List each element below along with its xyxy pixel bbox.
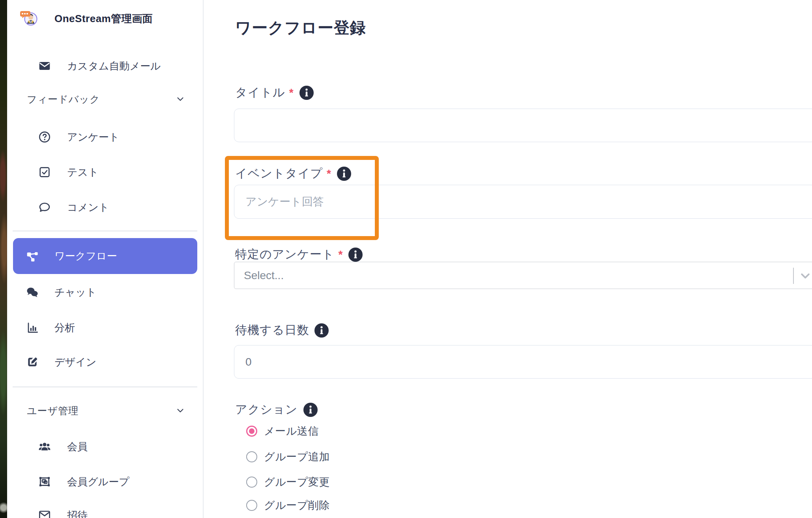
users-icon [38, 440, 51, 453]
label-text: タイトル [235, 84, 285, 101]
sidebar-divider [13, 387, 197, 387]
radio-label: グループ追加 [264, 450, 330, 464]
radio-label: グループ削除 [264, 498, 330, 512]
radio-button[interactable] [246, 477, 257, 488]
chevron-down-icon [175, 405, 185, 416]
sidebar-item-label: コメント [67, 201, 109, 214]
label-text: 待機する日数 [235, 322, 309, 338]
radio-button[interactable] [246, 500, 257, 511]
event-type-field-label: イベントタイプ * [235, 165, 351, 182]
info-icon[interactable] [337, 167, 351, 181]
title-input[interactable] [234, 109, 812, 142]
info-icon[interactable] [314, 323, 329, 338]
sidebar-item-custom-mail[interactable]: カスタム自動メール [38, 58, 161, 74]
required-asterisk: * [339, 248, 343, 261]
chevron-down-icon [175, 94, 185, 104]
label-text: アクション [235, 402, 298, 418]
sidebar-item-survey[interactable]: アンケート [38, 129, 119, 145]
main-content: ワークフロー登録 タイトル * イベントタイプ * 特定のアンケート * Sel… [204, 0, 812, 518]
action-field-label: アクション [235, 402, 318, 418]
survey-select[interactable]: Select... [234, 262, 812, 289]
select-placeholder: Select... [244, 269, 284, 282]
sidebar-item-design[interactable]: デザイン [26, 354, 96, 370]
select-separator [793, 268, 794, 284]
sidebar-item-label: チャット [54, 285, 96, 299]
sidebar-divider [13, 231, 197, 231]
app-title: OneStream管理画面 [54, 12, 153, 26]
brand: OneStream管理画面 [20, 9, 153, 28]
question-circle-icon [38, 131, 51, 143]
radio-send-mail[interactable]: メール送信 [246, 423, 319, 439]
radio-label: グループ変更 [264, 475, 330, 489]
info-icon[interactable] [299, 86, 314, 100]
sidebar-item-label: デザイン [54, 355, 96, 369]
sidebar-item-label: 分析 [54, 321, 75, 335]
radio-button[interactable] [246, 451, 257, 462]
bar-chart-icon [26, 321, 39, 334]
radio-change-group[interactable]: グループ変更 [246, 474, 330, 490]
event-type-input[interactable] [234, 185, 812, 219]
wait-days-input[interactable] [234, 345, 812, 379]
object-group-icon [38, 475, 51, 488]
chevron-down-icon[interactable] [799, 270, 811, 282]
sidebar: OneStream管理画面 カスタム自動メール フィードバック アンケート テス… [7, 0, 204, 518]
sidebar-item-invite[interactable]: 招待 [38, 507, 88, 518]
envelope-open-icon [38, 509, 51, 518]
check-square-icon [38, 166, 51, 178]
radio-add-group[interactable]: グループ追加 [246, 449, 330, 465]
pencil-square-icon [26, 356, 39, 368]
info-icon[interactable] [303, 403, 318, 417]
sitemap-icon [26, 250, 39, 263]
required-asterisk: * [327, 167, 331, 180]
sidebar-item-comment[interactable]: コメント [38, 199, 109, 215]
sidebar-item-chat[interactable]: チャット [26, 284, 96, 300]
sidebar-item-test[interactable]: テスト [38, 164, 99, 180]
sidebar-item-label: 会員グループ [67, 475, 129, 489]
wait-days-field-label: 待機する日数 [235, 322, 329, 338]
sidebar-item-label: アンケート [67, 130, 119, 144]
radio-delete-group[interactable]: グループ削除 [246, 497, 330, 513]
label-text: イベントタイプ [235, 165, 323, 182]
label-text: 特定のアンケート [235, 246, 335, 263]
app-window: OneStream管理画面 カスタム自動メール フィードバック アンケート テス… [0, 0, 812, 518]
envelope-icon [38, 60, 51, 72]
survey-field-label: 特定のアンケート * [235, 246, 363, 263]
sidebar-item-workflow-active[interactable]: ワークフロー [13, 238, 197, 274]
background-photo-strip [0, 0, 7, 518]
sidebar-item-label: 会員 [67, 440, 88, 454]
comment-icon [38, 201, 51, 214]
title-field-label: タイトル * [235, 84, 314, 101]
required-asterisk: * [289, 86, 294, 99]
chat-bubbles-icon [26, 286, 39, 298]
sidebar-item-members[interactable]: 会員 [38, 439, 88, 454]
sidebar-item-label: テスト [67, 165, 99, 179]
radio-label: メール送信 [264, 424, 319, 438]
sidebar-item-analysis[interactable]: 分析 [26, 320, 75, 336]
sidebar-item-label: 招待 [67, 509, 88, 518]
sidebar-group-user-management[interactable]: ユーザ管理 [27, 403, 185, 419]
page-title: ワークフロー登録 [235, 17, 366, 39]
sidebar-group-feedback[interactable]: フィードバック [27, 91, 185, 107]
app-logo-avatar [20, 9, 39, 28]
sidebar-item-label: カスタム自動メール [67, 59, 161, 73]
group-label: ユーザ管理 [27, 404, 79, 417]
sidebar-item-member-groups[interactable]: 会員グループ [38, 474, 129, 490]
group-label: フィードバック [27, 93, 100, 106]
sidebar-item-label: ワークフロー [54, 249, 117, 263]
info-icon[interactable] [348, 248, 363, 262]
radio-button[interactable] [246, 426, 257, 437]
